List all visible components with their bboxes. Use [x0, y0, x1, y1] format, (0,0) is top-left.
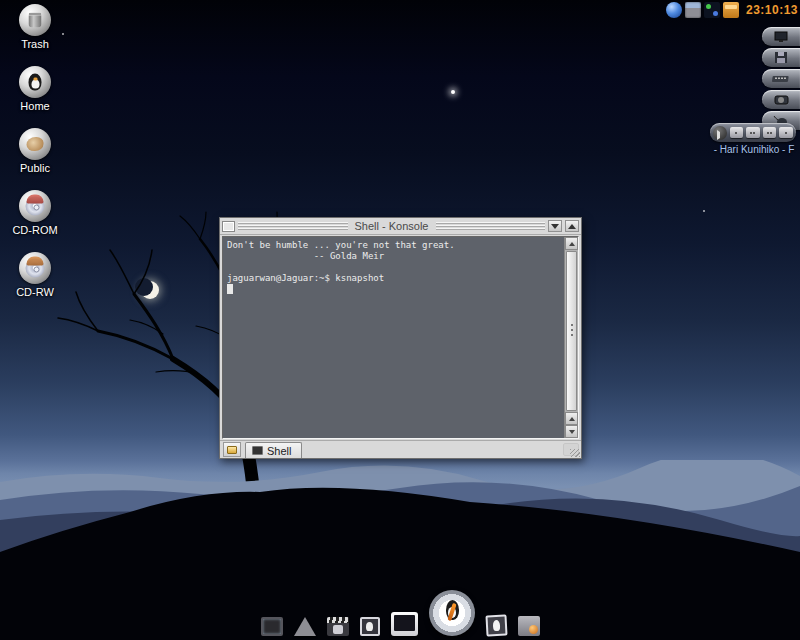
desktop-icon-home[interactable]: Home: [4, 66, 66, 112]
desktop-icon-label: Home: [4, 100, 66, 112]
minimize-button[interactable]: [548, 220, 562, 232]
desktop-icon-label: Public: [4, 162, 66, 174]
scroll-up-button2[interactable]: [565, 412, 578, 425]
tab-shell[interactable]: Shell: [245, 442, 302, 458]
tab-label: Shell: [267, 445, 291, 457]
new-session-button[interactable]: [223, 442, 241, 457]
window-menu-button[interactable]: [222, 221, 235, 232]
dock-pyramid-icon[interactable]: [294, 617, 316, 636]
resize-grip[interactable]: [570, 449, 580, 457]
hard-disk-button[interactable]: [762, 90, 800, 109]
dock-monitor-icon[interactable]: [391, 612, 418, 636]
dock-photo-viewer-icon[interactable]: [360, 617, 380, 636]
scrollbar[interactable]: [564, 237, 578, 438]
scroll-up-button[interactable]: [565, 237, 578, 250]
home-tux-icon: [19, 66, 51, 98]
terminal-quote-line1: Don't be humble ... you're not that grea…: [227, 240, 455, 250]
shell-tab-icon: [252, 446, 263, 455]
display-icon: [773, 31, 789, 43]
media-prev-button[interactable]: [730, 127, 744, 138]
dock-screenshot-icon[interactable]: [261, 617, 283, 636]
konsole-window[interactable]: Shell - Konsole Don't be humble ... you'…: [219, 217, 582, 459]
scroll-down-button[interactable]: [565, 425, 578, 438]
desktop-icon-cdrw[interactable]: CD-RW: [4, 252, 66, 298]
dock-tux-compass-icon[interactable]: [429, 590, 475, 636]
media-stop-button[interactable]: [763, 127, 777, 138]
clock[interactable]: 23:10:13: [746, 3, 798, 17]
dock-package-icon[interactable]: [518, 616, 540, 636]
media-next-button[interactable]: [779, 127, 793, 138]
keyboard-icon: [772, 74, 790, 84]
titlebar[interactable]: Shell - Konsole: [220, 218, 581, 235]
network-monitor-icon[interactable]: [704, 2, 720, 18]
display-button[interactable]: [762, 27, 800, 46]
desktop-icon-public[interactable]: Public: [4, 128, 66, 174]
desktop-icons: Trash Home Public CD-ROM CD-RW: [4, 4, 66, 314]
floppy-icon: [774, 51, 788, 64]
globe-icon[interactable]: [666, 2, 682, 18]
keyboard-button[interactable]: [762, 69, 800, 88]
desktop-icon-cdrom[interactable]: CD-ROM: [4, 190, 66, 236]
desktop-icon-label: Trash: [4, 38, 66, 50]
system-tray: 23:10:13: [666, 2, 798, 18]
media-player-widget: - Hari Kunihiko - F: [710, 123, 798, 155]
maximize-button[interactable]: [565, 220, 579, 232]
desktop-icon-trash[interactable]: Trash: [4, 4, 66, 50]
session-tabbar: Shell: [220, 440, 581, 458]
dock-video-editor-icon[interactable]: [327, 617, 349, 636]
titlebar-ridge: [436, 222, 546, 231]
cdrom-disc-icon: [19, 190, 51, 222]
cdrw-disc-icon: [19, 252, 51, 284]
public-folder-icon: [19, 128, 51, 160]
device-panel: [760, 27, 800, 132]
dock-image-album-icon[interactable]: [485, 614, 507, 636]
dock: [0, 590, 800, 636]
floppy-button[interactable]: [762, 48, 800, 67]
terminal-quote-line2: -- Golda Meir: [227, 251, 384, 261]
hard-disk-icon: [774, 94, 789, 106]
media-controls: [710, 123, 796, 142]
new-session-icon: [227, 446, 237, 454]
speaker-icon[interactable]: [713, 126, 727, 140]
scrollbar-thumb[interactable]: [566, 251, 577, 411]
terminal-prompt-line: jaguarwan@Jaguar:~$ ksnapshot: [227, 273, 384, 283]
package-tray-icon[interactable]: [685, 2, 701, 18]
star: [703, 210, 705, 212]
terminal-output[interactable]: Don't be humble ... you're not that grea…: [223, 237, 564, 438]
desktop: Trash Home Public CD-ROM CD-RW 23:10:13: [0, 0, 800, 640]
titlebar-ridge: [238, 222, 348, 231]
window-title: Shell - Konsole: [351, 220, 433, 232]
track-title: - Hari Kunihiko - F: [710, 144, 798, 155]
clipboard-icon[interactable]: [723, 2, 739, 18]
star: [451, 90, 455, 94]
media-play-button[interactable]: [746, 127, 760, 138]
trash-icon: [19, 4, 51, 36]
terminal-cursor: [227, 284, 233, 294]
desktop-icon-label: CD-RW: [4, 286, 66, 298]
desktop-icon-label: CD-ROM: [4, 224, 66, 236]
